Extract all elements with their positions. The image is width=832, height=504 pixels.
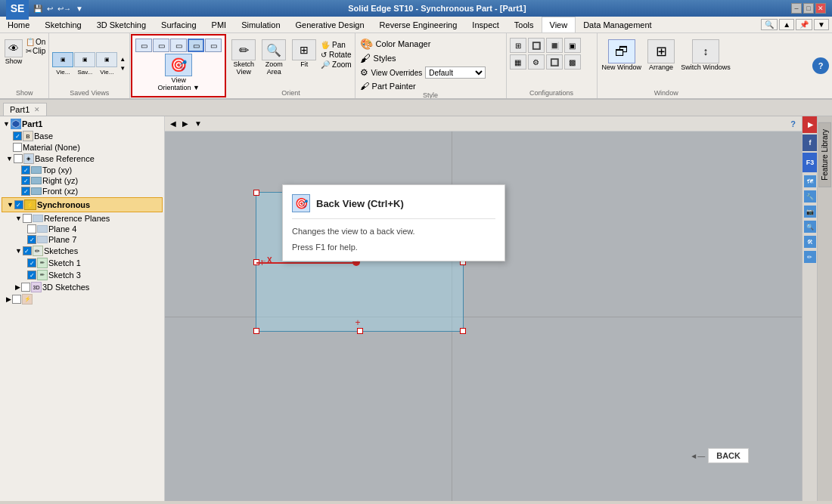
tree-material[interactable]: Material (None) bbox=[2, 142, 163, 153]
menu-home[interactable]: Home bbox=[0, 17, 37, 32]
quick-save[interactable]: 💾 bbox=[33, 5, 42, 13]
checkbox-base-ref[interactable] bbox=[14, 154, 23, 163]
checkbox-sketch3[interactable]: ✓ bbox=[27, 271, 36, 280]
f3-button[interactable]: F3 bbox=[803, 153, 818, 172]
canvas-nav-right[interactable]: ▶ bbox=[180, 119, 191, 128]
new-window-button[interactable]: 🗗 New Window bbox=[601, 38, 644, 73]
menu-reverse-engineering[interactable]: Reverse Engineering bbox=[372, 17, 465, 32]
quick-more[interactable]: ▼ bbox=[76, 5, 83, 13]
right-icon-2[interactable]: 🔧 bbox=[804, 190, 816, 203]
right-icon-1[interactable]: 🗺 bbox=[804, 175, 816, 187]
zoom-button[interactable]: 🔎 Zoom bbox=[321, 60, 351, 69]
help-search[interactable]: 🔍 bbox=[761, 19, 778, 30]
checkbox-sketches[interactable]: ✓ bbox=[23, 246, 32, 255]
checkbox-right[interactable]: ✓ bbox=[21, 176, 30, 185]
view-overrides-select[interactable]: Default bbox=[425, 66, 486, 79]
menu-pmi[interactable]: PMI bbox=[204, 17, 234, 32]
handle-tl[interactable] bbox=[253, 190, 259, 196]
facebook-button[interactable]: f bbox=[803, 135, 818, 151]
rotate-button[interactable]: ↺ Rotate bbox=[321, 51, 351, 59]
config-btn-8[interactable]: ▩ bbox=[564, 54, 581, 70]
expand-ref-planes[interactable]: ▼ bbox=[15, 215, 22, 222]
sketch-view-button[interactable]: ✏ SketchView bbox=[230, 38, 257, 77]
menu-tools[interactable]: Tools bbox=[507, 17, 542, 32]
tree-plane7[interactable]: ✓ Plane 7 bbox=[2, 234, 163, 245]
tree-sketch3[interactable]: ✓ ✏ Sketch 3 bbox=[2, 269, 163, 281]
quick-redo[interactable]: ↩→ bbox=[57, 5, 71, 13]
arrange-button[interactable]: ⊞ Arrange bbox=[646, 38, 676, 73]
zoom-area-button[interactable]: 🔍 ZoomArea bbox=[260, 38, 287, 77]
show-button[interactable]: 👁 Show bbox=[3, 38, 24, 66]
ribbon-pin[interactable]: 📌 bbox=[796, 19, 812, 30]
checkbox-sketch1[interactable]: ✓ bbox=[27, 258, 36, 267]
ribbon-more[interactable]: ▼ bbox=[814, 19, 829, 30]
switch-windows-button[interactable]: ↕ Switch Windows bbox=[679, 38, 732, 73]
config-btn-1[interactable]: ⊞ bbox=[510, 38, 526, 53]
checkbox-bottom[interactable] bbox=[12, 295, 21, 304]
menu-sketching[interactable]: Sketching bbox=[37, 17, 88, 32]
feature-library-tab[interactable]: Feature Library bbox=[818, 122, 831, 187]
view-back-thumb[interactable]: ▭ bbox=[188, 39, 204, 52]
view-front-thumb[interactable]: ▭ bbox=[135, 39, 152, 52]
tree-synchronous[interactable]: ▼ ✓ ⚡ Synchronous bbox=[2, 197, 163, 212]
menu-simulation[interactable]: Simulation bbox=[234, 17, 287, 32]
config-btn-6[interactable]: ⚙ bbox=[528, 54, 545, 70]
close-button[interactable]: ✕ bbox=[815, 3, 826, 14]
handle-bl[interactable] bbox=[253, 328, 259, 334]
checkbox-plane7[interactable]: ✓ bbox=[27, 235, 36, 244]
tree-top[interactable]: ✓ Top (xy) bbox=[2, 165, 163, 175]
checkbox-material[interactable] bbox=[13, 143, 22, 152]
checkbox-ref-planes[interactable] bbox=[23, 214, 32, 223]
config-btn-4[interactable]: ▣ bbox=[564, 38, 581, 53]
tree-expand-root[interactable]: ▼ bbox=[3, 120, 10, 128]
tree-expand-bottom[interactable]: ▶ ⚡ bbox=[2, 293, 163, 305]
menu-generative-design[interactable]: Generative Design bbox=[288, 17, 372, 32]
checkbox-synchronous[interactable]: ✓ bbox=[14, 200, 23, 209]
view-iso-thumb[interactable]: ▭ bbox=[205, 39, 222, 52]
document-tab-part1[interactable]: Part1 ✕ bbox=[3, 103, 47, 116]
expand-synchronous[interactable]: ▼ bbox=[7, 201, 14, 209]
tree-sketch1[interactable]: ✓ ✏ Sketch 1 bbox=[2, 257, 163, 269]
right-icon-6[interactable]: ✏ bbox=[804, 251, 816, 263]
minimize-button[interactable]: – bbox=[791, 3, 802, 14]
tree-sketches[interactable]: ▼ ✓ ✏ Sketches bbox=[2, 245, 163, 257]
tree-3d-sketches[interactable]: ▶ 3D 3D Sketches bbox=[2, 281, 163, 293]
menu-surfacing[interactable]: Surfacing bbox=[154, 17, 203, 32]
right-icon-5[interactable]: 🛠 bbox=[804, 236, 816, 248]
checkbox-front[interactable]: ✓ bbox=[21, 187, 30, 196]
config-btn-3[interactable]: 🔳 bbox=[546, 38, 563, 53]
right-icon-4[interactable]: 🔍 bbox=[804, 221, 816, 233]
on-button[interactable]: 📋 On bbox=[26, 38, 45, 46]
canvas-help[interactable]: ? bbox=[787, 119, 799, 129]
checkbox-top[interactable]: ✓ bbox=[21, 165, 30, 175]
view-thumb-3[interactable]: ▣ bbox=[96, 52, 117, 67]
tree-reference-planes[interactable]: ▼ Reference Planes bbox=[2, 213, 163, 224]
view-orientation-button[interactable]: 🎯 ViewOrientation ▼ bbox=[158, 54, 200, 91]
color-manager-button[interactable]: 🎨 Color Manager bbox=[360, 38, 501, 50]
tree-base-reference[interactable]: ▼ ◈ Base Reference bbox=[2, 153, 163, 165]
menu-3d-sketching[interactable]: 3D Sketching bbox=[89, 17, 154, 32]
expand-3d-sketches[interactable]: ▶ bbox=[15, 283, 20, 291]
menu-inspect[interactable]: Inspect bbox=[464, 17, 506, 32]
checkbox-base[interactable]: ✓ bbox=[13, 131, 22, 141]
checkbox-3d-sketches[interactable] bbox=[21, 283, 30, 292]
view-thumb-1[interactable]: ▣ bbox=[52, 52, 73, 67]
config-btn-5[interactable]: ▦ bbox=[510, 54, 526, 70]
menu-view[interactable]: View bbox=[542, 17, 576, 32]
scroll-up-views[interactable]: ▲ bbox=[119, 55, 126, 63]
quick-undo[interactable]: ↩ bbox=[47, 5, 53, 13]
menu-data-management[interactable]: Data Management bbox=[576, 17, 660, 32]
part-painter-button[interactable]: 🖌 Part Painter bbox=[360, 81, 501, 91]
tree-root[interactable]: ▼ Part1 bbox=[2, 118, 163, 130]
handle-br[interactable] bbox=[460, 328, 466, 334]
tree-plane4[interactable]: Plane 4 bbox=[2, 224, 163, 234]
checkbox-plane4[interactable] bbox=[27, 224, 36, 233]
tab-close[interactable]: ✕ bbox=[34, 106, 40, 113]
ribbon-minimize[interactable]: ▲ bbox=[779, 19, 794, 30]
pan-button[interactable]: 🖐 Pan bbox=[321, 41, 351, 49]
clip-button[interactable]: ✂ Clip bbox=[26, 47, 45, 55]
expand-bottom-icon[interactable]: ▶ bbox=[6, 295, 11, 303]
right-icon-3[interactable]: 📷 bbox=[804, 206, 816, 218]
tree-base[interactable]: ✓ B Base bbox=[2, 130, 163, 142]
canvas-nav-down[interactable]: ▼ bbox=[192, 119, 204, 128]
